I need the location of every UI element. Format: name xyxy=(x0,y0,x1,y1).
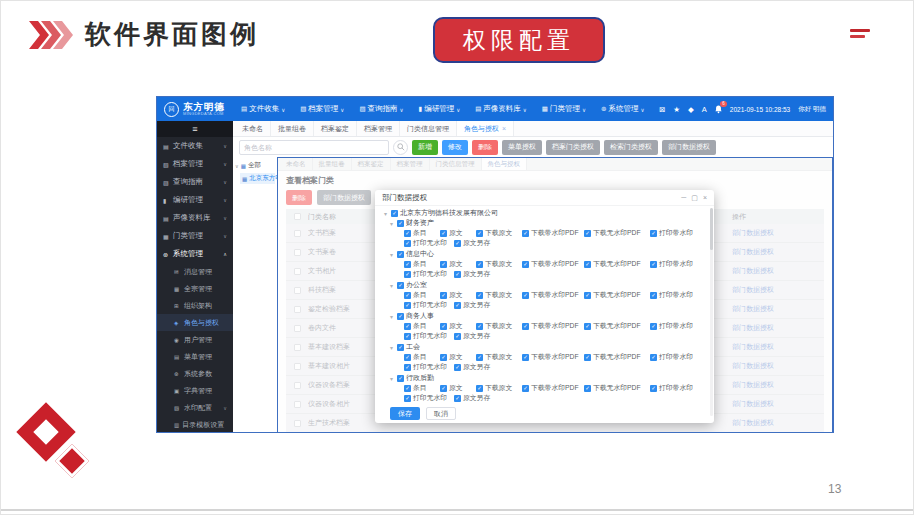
sidebar-sub-item[interactable]: ▣ 字典管理 xyxy=(157,382,233,399)
sidebar-sub-item[interactable]: ▦ 全宗管理 xyxy=(157,280,233,297)
org-tree-root[interactable]: ∨ ▦ 全部 xyxy=(235,161,275,170)
tab[interactable]: 批量组卷 × xyxy=(271,121,314,136)
permission-checkbox[interactable]: 下载带水印PDF xyxy=(522,228,584,238)
permission-checkbox[interactable]: 条目 xyxy=(404,228,440,238)
permission-checkbox[interactable]: 原文另存 xyxy=(454,238,490,248)
permission-checkbox[interactable]: 原文另存 xyxy=(454,300,490,310)
sidebar-item[interactable]: ▮ 编研管理 ∨ xyxy=(157,191,233,209)
sidebar-sub-item[interactable]: ⊞ 组织架构 xyxy=(157,297,233,314)
permission-checkbox[interactable]: 打印带水印 xyxy=(650,228,693,238)
search-icon[interactable] xyxy=(393,140,408,155)
permission-checkbox[interactable]: 打印无水印 xyxy=(404,300,454,310)
permission-checkbox[interactable]: 打印带水印 xyxy=(650,321,693,331)
permission-checkbox[interactable]: 打印带水印 xyxy=(650,352,693,362)
top-nav-item[interactable]: ▧ 档案管理 xyxy=(300,104,344,114)
role-search-input[interactable] xyxy=(239,140,389,155)
permission-checkbox[interactable]: 下载原文 xyxy=(476,290,522,300)
checkbox-checked-icon[interactable] xyxy=(397,375,404,382)
toolbar-button[interactable]: 菜单授权 xyxy=(502,140,542,155)
permission-checkbox[interactable]: 打印无水印 xyxy=(404,269,454,279)
org-tree-selected[interactable]: ▦ 北京东方明德 xyxy=(240,173,275,184)
tab-close-icon[interactable]: × xyxy=(502,125,506,132)
bell-icon[interactable]: 6 xyxy=(715,105,722,114)
toolbar-button[interactable]: 部门数据授权 xyxy=(662,140,716,155)
sidebar-sub-item[interactable]: ⊛ 系统参数 xyxy=(157,365,233,382)
permission-checkbox[interactable]: 下载带水印PDF xyxy=(522,383,584,393)
caret-down-icon[interactable]: ▾ xyxy=(390,313,395,320)
caret-down-icon[interactable]: ▾ xyxy=(390,251,395,258)
permission-checkbox[interactable]: 打印无水印 xyxy=(404,393,454,403)
checkbox-checked-icon[interactable] xyxy=(397,251,404,258)
permission-checkbox[interactable]: 原文 xyxy=(440,228,476,238)
font-size-icon[interactable]: A xyxy=(702,105,707,114)
permission-checkbox[interactable]: 下载无水印PDF xyxy=(584,383,650,393)
permission-checkbox[interactable]: 原文 xyxy=(440,383,476,393)
sidebar-sub-item[interactable]: ▧ 水印配置 ∨ xyxy=(157,399,233,416)
sidebar-sub-item[interactable]: ▥ 目录模板设置 xyxy=(157,416,233,433)
top-nav-item[interactable]: ▮ 编研管理 xyxy=(419,104,461,114)
caret-down-icon[interactable]: ▾ xyxy=(390,344,395,351)
permission-checkbox[interactable]: 条目 xyxy=(404,383,440,393)
permission-checkbox[interactable]: 原文另存 xyxy=(454,393,490,403)
sidebar-item[interactable]: ▦ 门类管理 ∨ xyxy=(157,227,233,245)
permission-checkbox[interactable]: 打印带水印 xyxy=(650,259,693,269)
checkbox-checked-icon[interactable] xyxy=(391,210,398,217)
sidebar-sub-item[interactable]: ▤ 菜单管理 xyxy=(157,348,233,365)
toolbar-button[interactable]: 新增 xyxy=(412,140,438,155)
permission-checkbox[interactable]: 下载带水印PDF xyxy=(522,259,584,269)
permission-checkbox[interactable]: 下载无水印PDF xyxy=(584,228,650,238)
permission-checkbox[interactable]: 打印无水印 xyxy=(404,362,454,372)
toolbar-button[interactable]: 修改 xyxy=(442,140,468,155)
permission-checkbox[interactable]: 打印无水印 xyxy=(404,238,454,248)
sidebar-item[interactable]: ▤ 声像资料库 ∨ xyxy=(157,209,233,227)
tab[interactable]: 档案鉴定 × xyxy=(314,121,357,136)
maximize-icon[interactable]: ▢ xyxy=(691,194,698,202)
permission-checkbox[interactable]: 打印无水印 xyxy=(404,331,454,341)
dialog-scrollbar[interactable] xyxy=(710,208,713,416)
toolbar-button[interactable]: 删除 xyxy=(472,140,498,155)
caret-down-icon[interactable]: ▾ xyxy=(390,375,395,382)
top-nav-item[interactable]: ▤ 文件收集 xyxy=(241,104,285,114)
sidebar-item[interactable]: ▧ 档案管理 ∨ xyxy=(157,155,233,173)
permission-checkbox[interactable]: 下载原文 xyxy=(476,352,522,362)
minimize-icon[interactable]: ─ xyxy=(681,194,686,202)
tab[interactable]: 未命名 × xyxy=(235,121,271,136)
save-button[interactable]: 保存 xyxy=(390,407,420,420)
permission-checkbox[interactable]: 下载带水印PDF xyxy=(522,352,584,362)
permission-checkbox[interactable]: 下载无水印PDF xyxy=(584,321,650,331)
caret-down-icon[interactable]: ▾ xyxy=(384,210,389,217)
sidebar-sub-item[interactable]: ◈ 角色与授权 xyxy=(157,314,233,331)
permission-checkbox[interactable]: 下载原文 xyxy=(476,321,522,331)
permission-checkbox[interactable]: 原文另存 xyxy=(454,269,490,279)
permission-checkbox[interactable]: 条目 xyxy=(404,290,440,300)
permission-checkbox[interactable]: 下载原文 xyxy=(476,228,522,238)
sidebar-item[interactable]: ⊛ 系统管理 ∧ xyxy=(157,245,233,263)
sidebar-sub-item[interactable]: ✉ 消息管理 xyxy=(157,263,233,280)
top-nav-item[interactable]: ▨ 查询指南 xyxy=(359,104,403,114)
permission-checkbox[interactable]: 打印带水印 xyxy=(650,290,693,300)
caret-down-icon[interactable]: ▾ xyxy=(390,282,395,289)
permission-checkbox[interactable]: 原文 xyxy=(440,352,476,362)
top-nav-item[interactable]: ▤ 声像资料库 xyxy=(475,104,527,114)
permission-checkbox[interactable]: 下载带水印PDF xyxy=(522,321,584,331)
top-nav-item[interactable]: ▦ 门类管理 xyxy=(542,104,586,114)
sidebar-sub-item[interactable]: ◉ 用户管理 xyxy=(157,331,233,348)
permission-checkbox[interactable]: 下载无水印PDF xyxy=(584,290,650,300)
permission-checkbox[interactable]: 下载带水印PDF xyxy=(522,290,584,300)
star-icon[interactable]: ★ xyxy=(673,105,680,114)
permission-checkbox[interactable]: 原文 xyxy=(440,259,476,269)
tab[interactable]: 角色与授权 × xyxy=(457,121,514,136)
checkbox-checked-icon[interactable] xyxy=(397,313,404,320)
sidebar-collapse-icon[interactable]: ≡ xyxy=(157,121,233,137)
permission-checkbox[interactable]: 原文另存 xyxy=(454,362,490,372)
toolbar-button[interactable]: 检索门类授权 xyxy=(604,140,658,155)
permission-checkbox[interactable]: 条目 xyxy=(404,259,440,269)
checkbox-checked-icon[interactable] xyxy=(397,344,404,351)
permission-checkbox[interactable]: 原文 xyxy=(440,290,476,300)
permission-checkbox[interactable]: 打印带水印 xyxy=(650,383,693,393)
close-icon[interactable]: × xyxy=(703,194,707,202)
permission-checkbox[interactable]: 下载无水印PDF xyxy=(584,259,650,269)
checkbox-checked-icon[interactable] xyxy=(397,220,404,227)
sidebar-item[interactable]: ▤ 文件收集 ∨ xyxy=(157,137,233,155)
checkbox-checked-icon[interactable] xyxy=(397,282,404,289)
